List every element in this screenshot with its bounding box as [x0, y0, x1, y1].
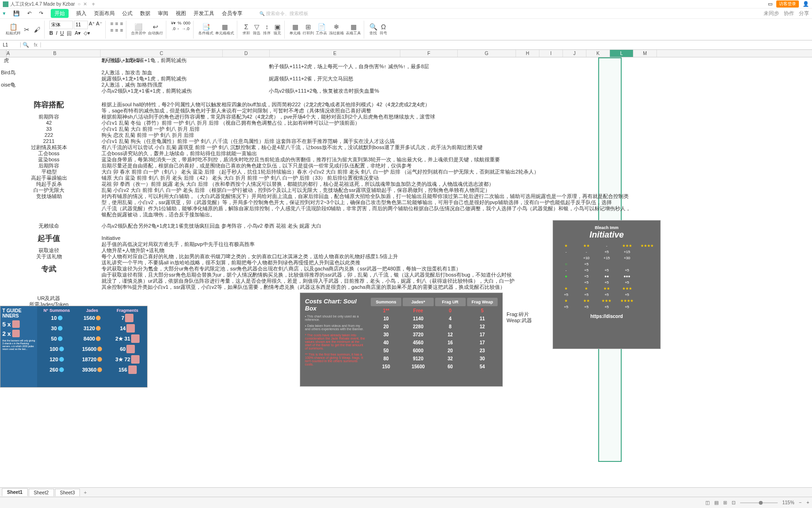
fill-button[interactable]: ▣填充 [273, 22, 281, 38]
sync-status[interactable]: 未同步 [764, 10, 779, 17]
col-header-g[interactable]: G [458, 50, 516, 57]
autowrap-button[interactable]: ↩自动换行 [148, 22, 163, 38]
name-box-dropdown-icon[interactable]: 🔍 [21, 42, 31, 48]
col-header-d[interactable]: D [223, 50, 270, 57]
menu-data[interactable]: 数据 [140, 10, 150, 17]
zoom-slider[interactable] [740, 502, 778, 503]
fx-icon[interactable]: fx [31, 42, 41, 48]
cell: 高起手暴躁输出 [7, 175, 91, 181]
embedded-initiative-image[interactable]: Bleach Imm Initiative ★★★-★★★★★★★--+5+15… [553, 220, 661, 349]
col-header-k[interactable]: K [586, 50, 610, 57]
collab-button[interactable]: 协作 [784, 10, 794, 17]
menu-view[interactable]: 视图 [176, 10, 186, 17]
condfmt-button[interactable]: 📑条件格式 [198, 22, 213, 38]
percent-icon[interactable]: % [178, 21, 181, 25]
sheet-tab-1[interactable]: Sheet1 [2, 488, 28, 496]
brush-icon[interactable]: 🖌 [33, 22, 41, 38]
merge-button[interactable]: ⬜合并居中 [131, 22, 146, 38]
comma-icon[interactable]: 000 [183, 21, 190, 25]
search-input[interactable]: 搜索命令、搜索模板 [259, 10, 308, 17]
dec-dec-icon[interactable]: →.0 [181, 26, 189, 31]
tabletools-button[interactable]: ▦表格工具 [346, 22, 361, 38]
zoom-plus-icon[interactable]: + [806, 500, 809, 505]
cell-button[interactable]: ▦单元格 [289, 22, 301, 38]
embedded-gacha-guide-image[interactable]: T GUIDE NNERS 5 x 2 x that the banners w… [0, 306, 148, 388]
menu-start[interactable]: 开始 [51, 9, 69, 18]
cell: 乱菊 小白v2 大白 前排 剑八 白一护 老头 后排 （根据白一护行被动，控到5… [101, 187, 523, 193]
cell: 豹子领队+1龙+1雀+1龟，前两轮减伤 [101, 57, 523, 64]
menu-devtools[interactable]: 开发工具 [194, 10, 214, 17]
save-icon[interactable]: 💾 [13, 10, 20, 16]
find-button[interactable]: 🔍查找 [369, 22, 377, 38]
zoom-level[interactable]: 115% [782, 500, 795, 505]
italic-button[interactable]: I [56, 30, 57, 37]
align-mid-icon[interactable]: ≡ [115, 21, 118, 26]
font-color-button[interactable]: ◇▾ [84, 30, 90, 37]
align-bot-icon[interactable]: ≡ [120, 21, 123, 26]
tab-add-icon[interactable]: + [92, 1, 95, 8]
menu-insert[interactable]: 插入 [76, 10, 86, 17]
col-header-i[interactable]: I [539, 50, 563, 57]
select-all-corner[interactable] [0, 50, 7, 57]
sheet-grid[interactable]: 虎 2人激活，加双爆 豹子领队+1龙+1雀+1龟，前两轮减伤 豹子领队+111+… [0, 57, 812, 462]
font-increase-icon[interactable]: A⁺ [89, 21, 95, 29]
sheet-tab-add-icon[interactable]: + [81, 489, 89, 496]
symbol-button[interactable]: Ω符号 [379, 22, 388, 38]
sheet-tab-2[interactable]: Sheet2 [29, 489, 54, 496]
fill-color-button[interactable]: A▾ [75, 30, 81, 37]
cell: 小白v1 乱菊 冬仙（莽竹）前排 一护 剑八 折月 后排 （视自己拥有角色调整占… [101, 120, 523, 126]
app-menu-icon[interactable]: ▾ [3, 10, 6, 16]
share-button[interactable]: 分享 [799, 10, 809, 17]
menu-member[interactable]: 会员专享 [222, 10, 242, 17]
view-mode-icon[interactable]: ▤ [714, 500, 718, 505]
name-box[interactable]: L1 [0, 42, 21, 48]
col-header-b[interactable]: B [9, 50, 101, 57]
cellfmt-button[interactable]: ▦单元格格式 [215, 22, 234, 38]
freeze-button[interactable]: ❄冻结窗格 [329, 22, 344, 38]
redo-icon[interactable]: ↷ [39, 10, 43, 16]
window-icon[interactable]: ▭ [768, 1, 773, 7]
col-header-h[interactable]: H [516, 50, 539, 57]
embedded-cost-chart-image[interactable]: Costs Chart: Soul Box • This chart shoul… [300, 293, 503, 387]
col-header-j[interactable]: J [563, 50, 586, 57]
col-header-c[interactable]: C [101, 50, 223, 57]
rowcol-button[interactable]: ⊞行和列 [303, 22, 314, 38]
paste-button[interactable]: 📋粘贴式样 [6, 22, 21, 38]
font-size-select[interactable] [74, 21, 88, 29]
font-decrease-icon[interactable]: A⁻ [96, 21, 102, 29]
align-right-icon[interactable]: ≡ [120, 27, 123, 33]
tab-pin-icon[interactable]: ✕ [83, 1, 87, 7]
cell: Bird鸟 [0, 70, 16, 76]
col-header-m[interactable]: M [633, 50, 657, 57]
align-center-icon[interactable]: ≡ [115, 27, 118, 33]
sum-button[interactable]: Σ求和 [242, 22, 250, 38]
col-header-l[interactable]: L [610, 50, 633, 57]
tab-close-icon[interactable]: ○ [78, 1, 80, 7]
view-mode-icon[interactable]: ⊞ [723, 500, 727, 505]
user-icon[interactable]: 👤 [803, 1, 809, 7]
menu-formula[interactable]: 公式 [122, 10, 133, 17]
sort-button[interactable]: ↕排序 [263, 22, 271, 38]
zoom-minus-icon[interactable]: − [799, 500, 802, 505]
align-left-icon[interactable]: ≡ [110, 27, 113, 33]
currency-icon[interactable]: ¥▾ [171, 21, 176, 25]
font-name-select[interactable] [49, 21, 73, 29]
strike-button[interactable]: 田 [67, 30, 72, 37]
sheet-tab-3[interactable]: Sheet3 [55, 489, 80, 496]
menu-page-layout[interactable]: 页面布局 [94, 10, 115, 17]
filter-button[interactable]: ▽筛选 [252, 22, 261, 38]
cell: Frag:碎片 [506, 311, 530, 318]
cut-icon[interactable]: ✂ [23, 22, 31, 38]
align-top-icon[interactable]: ≡ [110, 21, 113, 26]
worksheet-button[interactable]: 📄工作表 [316, 22, 327, 38]
undo-icon[interactable]: ↶ [27, 10, 31, 16]
col-header-e[interactable]: E [270, 50, 400, 57]
login-button[interactable]: 访客登录 [776, 0, 799, 8]
underline-button[interactable]: U [60, 30, 64, 37]
view-mode-icon[interactable]: ◫ [705, 500, 710, 505]
menu-review[interactable]: 审阅 [158, 10, 168, 17]
bold-button[interactable]: B [49, 30, 53, 37]
col-header-f[interactable]: F [400, 50, 458, 57]
dec-inc-icon[interactable]: .0→ [172, 26, 180, 31]
view-mode-icon[interactable]: ⊡ [732, 500, 735, 505]
